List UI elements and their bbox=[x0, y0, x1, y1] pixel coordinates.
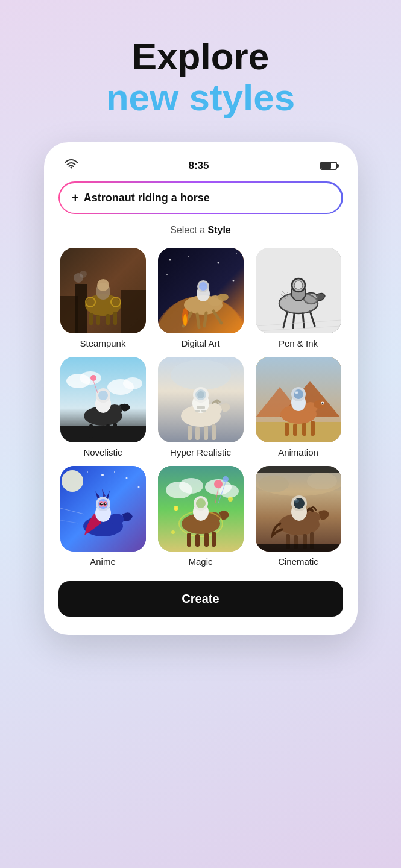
svg-line-28 bbox=[197, 314, 199, 327]
style-image-animation bbox=[256, 357, 341, 442]
style-item-anime[interactable]: Anime bbox=[58, 466, 148, 567]
svg-point-81 bbox=[197, 391, 204, 398]
svg-point-125 bbox=[179, 478, 203, 494]
svg-point-93 bbox=[321, 403, 323, 404]
style-image-digital-art bbox=[158, 248, 244, 333]
battery-icon bbox=[320, 162, 337, 170]
style-item-digital-art[interactable]: Digital Art bbox=[156, 248, 245, 348]
svg-rect-162 bbox=[256, 544, 341, 552]
svg-rect-96 bbox=[302, 423, 306, 436]
svg-rect-2 bbox=[75, 284, 87, 333]
status-time: 8:35 bbox=[188, 160, 209, 172]
styles-grid: Steampunk bbox=[58, 248, 343, 567]
style-image-hyper-realistic bbox=[158, 357, 244, 442]
svg-point-119 bbox=[99, 503, 103, 506]
style-label-novelistic: Novelistic bbox=[83, 447, 122, 458]
svg-rect-94 bbox=[285, 423, 289, 436]
style-label-animation: Animation bbox=[278, 447, 318, 458]
header-line2: new styles bbox=[106, 77, 295, 118]
svg-point-102 bbox=[294, 391, 298, 394]
svg-line-41 bbox=[303, 313, 304, 327]
svg-rect-76 bbox=[204, 426, 208, 440]
select-label-bold: Style bbox=[208, 225, 231, 235]
prompt-wrapper[interactable]: + Astronaut riding a horse bbox=[58, 181, 343, 214]
style-label-cinematic: Cinematic bbox=[278, 556, 318, 567]
svg-rect-84 bbox=[201, 410, 206, 412]
svg-point-47 bbox=[294, 281, 303, 289]
svg-point-20 bbox=[217, 262, 219, 264]
select-style-label: Select a Style bbox=[58, 225, 343, 236]
svg-point-108 bbox=[137, 486, 139, 488]
svg-point-121 bbox=[101, 503, 103, 504]
svg-rect-95 bbox=[293, 424, 297, 436]
svg-rect-97 bbox=[311, 421, 315, 436]
svg-point-68 bbox=[90, 375, 96, 381]
style-image-steampunk bbox=[60, 248, 146, 333]
svg-rect-6 bbox=[96, 315, 100, 325]
style-item-steampunk[interactable]: Steampunk bbox=[58, 248, 148, 348]
style-label-pen-ink: Pen & Ink bbox=[279, 338, 318, 348]
wifi-icon bbox=[65, 159, 78, 172]
svg-point-22 bbox=[166, 274, 168, 275]
svg-point-143 bbox=[223, 476, 229, 482]
svg-rect-88 bbox=[256, 422, 341, 442]
style-item-pen-ink[interactable]: Pen & Ink bbox=[254, 248, 343, 348]
style-label-magic: Magic bbox=[188, 556, 212, 567]
style-item-novelistic[interactable]: Novelistic bbox=[58, 357, 148, 458]
style-label-anime: Anime bbox=[90, 556, 116, 567]
svg-point-105 bbox=[101, 474, 104, 476]
svg-point-109 bbox=[87, 471, 88, 473]
style-item-hyper-realistic[interactable]: Hyper Realistic bbox=[156, 357, 245, 458]
svg-rect-137 bbox=[204, 533, 209, 547]
style-label-hyper-realistic: Hyper Realistic bbox=[170, 447, 231, 458]
svg-rect-64 bbox=[113, 423, 117, 436]
svg-point-113 bbox=[109, 514, 124, 524]
header-section: Explore new styles bbox=[106, 36, 295, 118]
svg-rect-136 bbox=[195, 534, 200, 547]
prompt-plus: + bbox=[72, 191, 79, 205]
svg-rect-75 bbox=[195, 427, 200, 440]
svg-point-19 bbox=[188, 256, 189, 257]
svg-point-131 bbox=[228, 497, 233, 502]
svg-point-148 bbox=[259, 476, 289, 492]
svg-point-149 bbox=[307, 473, 337, 489]
style-item-animation[interactable]: Animation bbox=[254, 357, 343, 458]
select-label-pre: Select a bbox=[170, 225, 207, 235]
svg-rect-5 bbox=[89, 313, 93, 325]
svg-point-91 bbox=[314, 400, 326, 409]
style-label-steampunk: Steampunk bbox=[80, 338, 126, 348]
svg-point-14 bbox=[80, 271, 87, 278]
style-label-digital-art: Digital Art bbox=[181, 338, 219, 348]
svg-point-122 bbox=[105, 503, 106, 504]
style-image-cinematic bbox=[256, 466, 341, 552]
svg-point-104 bbox=[62, 470, 83, 492]
svg-point-130 bbox=[171, 530, 175, 534]
svg-point-33 bbox=[199, 282, 207, 291]
svg-point-142 bbox=[214, 480, 223, 488]
svg-rect-82 bbox=[197, 406, 205, 409]
create-button[interactable]: Create bbox=[58, 581, 343, 617]
style-image-anime bbox=[60, 466, 146, 552]
prompt-input[interactable]: + Astronaut riding a horse bbox=[60, 183, 341, 213]
svg-point-18 bbox=[169, 259, 171, 261]
style-item-cinematic[interactable]: Cinematic bbox=[254, 466, 343, 567]
svg-point-26 bbox=[218, 294, 229, 301]
svg-rect-74 bbox=[188, 426, 192, 440]
svg-point-160 bbox=[294, 499, 297, 501]
svg-point-141 bbox=[196, 498, 206, 508]
svg-line-29 bbox=[204, 313, 206, 326]
svg-rect-8 bbox=[113, 312, 117, 325]
svg-line-40 bbox=[293, 313, 294, 328]
svg-point-120 bbox=[103, 503, 106, 506]
style-item-magic[interactable]: Magic bbox=[156, 466, 245, 567]
svg-point-107 bbox=[114, 471, 115, 473]
style-image-magic bbox=[158, 466, 244, 552]
svg-rect-83 bbox=[195, 410, 200, 412]
svg-rect-138 bbox=[212, 532, 216, 547]
phone-frame: 8:35 + Astronaut riding a horse Select a… bbox=[44, 142, 358, 635]
svg-rect-58 bbox=[60, 426, 146, 442]
svg-point-23 bbox=[232, 280, 234, 282]
svg-rect-3 bbox=[121, 290, 146, 333]
svg-point-35 bbox=[183, 314, 187, 326]
prompt-text: Astronaut riding a horse bbox=[84, 192, 210, 204]
